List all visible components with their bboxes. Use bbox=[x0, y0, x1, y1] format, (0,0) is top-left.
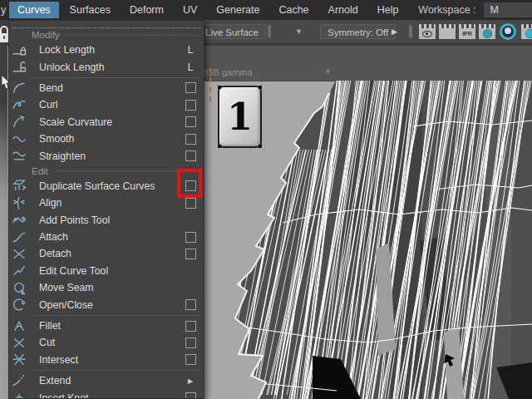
shortcut-key: L bbox=[188, 62, 194, 73]
add-points-tool-icon bbox=[12, 213, 27, 227]
maya-window: RGB gamma ▼ bbox=[0, 0, 532, 399]
menu-cache[interactable]: Cache bbox=[270, 2, 317, 18]
option-box[interactable] bbox=[185, 100, 196, 111]
key-1-face: 1 bbox=[218, 86, 262, 148]
menu-item-detach[interactable]: Detach bbox=[9, 245, 204, 262]
menu-item-label: Duplicate Surface Curves bbox=[39, 180, 155, 192]
bend-icon bbox=[12, 81, 27, 95]
option-box[interactable] bbox=[185, 392, 196, 399]
light-editor-button[interactable] bbox=[521, 24, 532, 39]
menu-item-align[interactable]: Align bbox=[9, 195, 204, 211]
menu-item-label: Bend bbox=[39, 82, 63, 94]
scale-curvature-icon bbox=[12, 115, 27, 129]
menu-surfaces[interactable]: Surfaces bbox=[62, 2, 119, 18]
menu-uv[interactable]: UV bbox=[175, 2, 205, 18]
menu-item-unlock-length[interactable]: Unlock LengthL bbox=[9, 58, 204, 75]
render-view-button[interactable] bbox=[419, 24, 436, 39]
option-box[interactable] bbox=[185, 82, 196, 93]
eye-icon bbox=[422, 31, 432, 37]
menu-item-label: Intersect bbox=[39, 354, 78, 366]
toolbar-divider-handle[interactable] bbox=[409, 25, 412, 38]
hypershade-button[interactable] bbox=[500, 23, 516, 40]
option-box[interactable] bbox=[185, 198, 196, 209]
key-corner bbox=[259, 86, 262, 89]
menu-item-attach[interactable]: Attach bbox=[9, 229, 204, 245]
menu-separator bbox=[9, 313, 204, 318]
menu-item-label: Detach bbox=[39, 248, 71, 259]
menu-item-curl[interactable]: Curl bbox=[9, 96, 204, 113]
menu-item-fillet[interactable]: Fillet bbox=[9, 318, 204, 334]
edit-curve-tool-icon bbox=[12, 264, 27, 278]
key-1-overlay: 1 bbox=[218, 86, 262, 148]
menu-item-add-points-tool[interactable]: Add Points Tool bbox=[9, 212, 204, 229]
unlock-length-icon bbox=[12, 60, 27, 74]
menu-item-duplicate-surface-curves[interactable]: Duplicate Surface Curves bbox=[9, 178, 204, 195]
duplicate-surface-curves-icon bbox=[12, 179, 27, 193]
option-box[interactable] bbox=[185, 337, 196, 348]
toolbox-strip bbox=[0, 20, 7, 399]
menu-item-straighten[interactable]: Straighten bbox=[9, 147, 204, 164]
detach-icon bbox=[12, 247, 27, 261]
menu-help[interactable]: Help bbox=[369, 2, 407, 18]
menu-item-open-close[interactable]: Open/Close bbox=[9, 296, 204, 313]
insert-knot-icon bbox=[12, 391, 27, 399]
smooth-icon bbox=[12, 132, 27, 146]
intersect-icon bbox=[12, 352, 27, 367]
menu-item-intersect[interactable]: Intersect bbox=[9, 352, 204, 368]
lock-length-icon bbox=[12, 43, 27, 57]
curl-icon bbox=[12, 98, 27, 112]
menu-item-cut[interactable]: Cut bbox=[9, 334, 204, 351]
annotation-highlight-box bbox=[177, 169, 202, 198]
toolbar-divider-handle[interactable] bbox=[268, 25, 271, 38]
menu-item-label: Smooth bbox=[39, 133, 74, 145]
render-settings-button[interactable] bbox=[479, 24, 495, 39]
menu-item-label: Unlock Length bbox=[39, 62, 105, 73]
option-box[interactable] bbox=[185, 150, 196, 161]
menu-item-move-seam[interactable]: Move Seam bbox=[9, 279, 204, 296]
clipped-menu-text: y bbox=[1, 4, 9, 16]
ipr-render-button[interactable]: IPR bbox=[459, 24, 475, 39]
workspace-label: Workspace : bbox=[418, 4, 475, 16]
chevron-down-icon[interactable]: ▼ bbox=[295, 27, 303, 36]
menu-item-bend[interactable]: Bend bbox=[9, 80, 204, 96]
chevron-right-icon[interactable]: ▶ bbox=[392, 27, 397, 36]
menu-generate[interactable]: Generate bbox=[208, 2, 268, 18]
menu-item-scale-curvature[interactable]: Scale Curvature bbox=[9, 114, 204, 131]
menu-item-extend[interactable]: Extend▶ bbox=[9, 372, 204, 389]
menu-arnold[interactable]: Arnold bbox=[320, 2, 367, 18]
option-box[interactable] bbox=[185, 354, 196, 365]
submenu-arrow-icon: ▶ bbox=[188, 377, 193, 385]
live-surface-dropdown[interactable]: Live Surface bbox=[198, 24, 266, 39]
menu-item-label: Scale Curvature bbox=[39, 116, 112, 128]
menu-item-label: Cut bbox=[39, 337, 55, 348]
ipr-label: IPR bbox=[462, 31, 472, 37]
workspace-selector[interactable]: M bbox=[484, 2, 532, 17]
menu-item-label: Fillet bbox=[39, 320, 61, 332]
option-box[interactable] bbox=[185, 249, 196, 259]
render-current-frame-button[interactable] bbox=[439, 24, 456, 39]
option-box[interactable] bbox=[185, 134, 196, 145]
option-box[interactable] bbox=[185, 232, 196, 243]
menu-item-label: Straighten bbox=[39, 150, 86, 162]
menu-item-label: Attach bbox=[39, 231, 68, 243]
attach-icon bbox=[12, 230, 27, 244]
fillet-icon bbox=[12, 319, 27, 333]
menu-item-label: Insert Knot bbox=[39, 392, 88, 399]
menu-item-label: Move Seam bbox=[39, 282, 94, 293]
menu-item-lock-length[interactable]: Lock LengthL bbox=[9, 42, 204, 58]
menu-item-smooth[interactable]: Smooth bbox=[9, 131, 204, 147]
menu-item-label: Lock Length bbox=[39, 44, 95, 56]
option-box[interactable] bbox=[185, 321, 196, 332]
menu-curves[interactable]: Curves bbox=[9, 2, 59, 18]
menu-item-insert-knot[interactable]: Insert Knot bbox=[9, 389, 204, 399]
menu-tearoff-handle[interactable] bbox=[12, 22, 200, 28]
option-box[interactable] bbox=[185, 299, 196, 310]
move-seam-icon bbox=[12, 281, 27, 295]
section-header-edit: Edit bbox=[9, 165, 204, 178]
symmetry-dropdown[interactable]: Symmetry: Off bbox=[320, 24, 396, 39]
option-box[interactable] bbox=[185, 116, 196, 127]
menu-item-edit-curve-tool[interactable]: Edit Curve Tool bbox=[9, 263, 204, 279]
menu-deform[interactable]: Deform bbox=[121, 2, 172, 18]
straighten-icon bbox=[12, 149, 27, 163]
menu-item-label: Open/Close bbox=[39, 299, 93, 311]
